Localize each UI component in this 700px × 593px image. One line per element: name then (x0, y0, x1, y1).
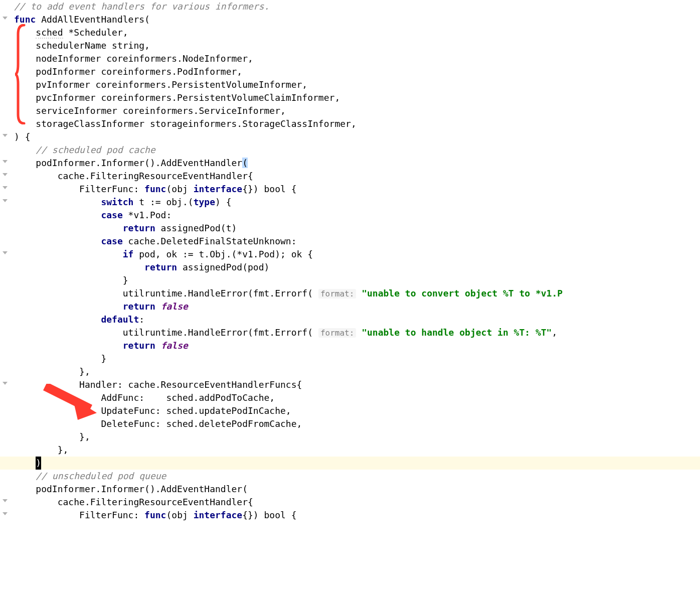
code-line[interactable]: return assignedPod(pod) (14, 261, 700, 274)
parameter-hint: format: (318, 289, 356, 299)
code-text: sched (36, 27, 63, 39)
code-line[interactable]: case cache.DeletedFinalStateUnknown: (14, 235, 700, 248)
code-text: nodeInformer coreinformers.NodeInformer, (14, 53, 253, 64)
code-text: , (552, 327, 557, 338)
code-text (14, 223, 123, 233)
code-text: schedulerName string, (14, 40, 150, 51)
code-text: podInformer coreinformers.PodInformer, (14, 66, 242, 77)
code-line[interactable]: DeleteFunc: sched.deletePodFromCache, (14, 417, 700, 430)
code-text: serviceInformer coreinformers.ServiceInf… (14, 105, 286, 116)
matched-paren: ( (242, 158, 248, 168)
code-text (14, 210, 101, 220)
code-text: } (14, 275, 128, 285)
code-line[interactable]: utilruntime.HandleError(fmt.Errorf( form… (14, 326, 700, 339)
code-line[interactable]: // scheduled pod cache (14, 143, 700, 157)
code-line[interactable]: FilterFunc: func(obj interface{}) bool { (14, 183, 700, 196)
code-line[interactable]: cache.FilteringResourceEventHandler{ (14, 496, 700, 509)
keyword-case: case (101, 210, 122, 220)
code-line[interactable]: func AddAllEventHandlers( (14, 13, 700, 26)
code-line[interactable]: AddFunc: sched.addPodToCache, (14, 391, 700, 404)
keyword-func: func (144, 184, 166, 194)
code-text (14, 340, 123, 351)
keyword-case: case (101, 236, 122, 246)
code-line[interactable]: }, (14, 430, 700, 443)
string-literal: "unable to convert object %T to *v1.P (362, 288, 563, 299)
code-line[interactable]: serviceInformer coreinformers.ServiceInf… (14, 104, 700, 117)
code-text (14, 197, 101, 207)
code-line[interactable]: Handler: cache.ResourceEventHandlerFuncs… (14, 378, 700, 391)
keyword-switch: switch (101, 197, 133, 207)
code-text: }, (14, 366, 90, 377)
code-line[interactable]: pvInformer coreinformers.PersistentVolum… (14, 78, 700, 91)
code-line[interactable]: schedulerName string, (14, 39, 700, 52)
code-line[interactable]: // unscheduled pod queue (14, 470, 700, 483)
code-text: assignedPod(pod) (177, 262, 269, 272)
fold-marker[interactable] (2, 13, 8, 19)
keyword-false: false (161, 340, 188, 351)
code-line[interactable]: pvcInformer coreinformers.PersistentVolu… (14, 91, 700, 104)
comment-text: // to add event handlers for various inf… (14, 1, 269, 12)
code-text (155, 301, 161, 312)
code-line[interactable]: return assignedPod(t) (14, 222, 700, 235)
code-line[interactable]: ) { (14, 130, 700, 143)
keyword-type: type (194, 197, 215, 207)
code-line[interactable]: podInformer.Informer().AddEventHandler( (14, 157, 700, 170)
parameter-hint: format: (318, 328, 356, 338)
keyword-default: default (101, 314, 139, 325)
code-line[interactable]: FilterFunc: func(obj interface{}) bool { (14, 509, 700, 522)
code-line[interactable]: sched *Scheduler, (14, 26, 700, 39)
code-line[interactable]: cache.FilteringResourceEventHandler{ (14, 170, 700, 183)
comment-text: // scheduled pod cache (14, 144, 155, 155)
code-text: }, (14, 431, 90, 442)
code-line[interactable]: UpdateFunc: sched.updatePodInCache, (14, 404, 700, 417)
code-text: *Scheduler, (63, 27, 128, 38)
code-line[interactable]: // to add event handlers for various inf… (14, 0, 700, 13)
code-line[interactable]: podInformer coreinformers.PodInformer, (14, 65, 700, 78)
code-text: ) { (215, 197, 232, 207)
code-text: (obj (166, 184, 193, 194)
fold-marker[interactable] (2, 196, 8, 202)
keyword-func: func (144, 510, 166, 520)
keyword-return: return (123, 301, 155, 312)
fold-marker[interactable] (2, 130, 8, 136)
code-text (14, 236, 101, 246)
fold-marker[interactable] (2, 378, 8, 384)
code-text: {}) bool { (242, 510, 296, 520)
code-text: cache.DeletedFinalStateUnknown: (123, 236, 297, 246)
code-line[interactable]: if pod, ok := t.Obj.(*v1.Pod); ok { (14, 248, 700, 261)
code-text (356, 288, 362, 299)
fold-marker[interactable] (2, 183, 8, 189)
code-line[interactable]: } (14, 352, 700, 365)
fold-marker[interactable] (2, 509, 8, 515)
keyword-func: func (14, 14, 36, 25)
code-text (155, 340, 161, 351)
code-editor[interactable]: // to add event handlers for various inf… (0, 0, 700, 522)
code-text: *v1.Pod: (123, 210, 172, 220)
code-text: pvInformer coreinformers.PersistentVolum… (14, 79, 307, 90)
keyword-interface: interface (194, 184, 243, 194)
code-line[interactable]: default: (14, 313, 700, 326)
keyword-false: false (161, 301, 188, 312)
code-line[interactable]: case *v1.Pod: (14, 209, 700, 222)
code-line[interactable]: }, (14, 365, 700, 378)
code-line[interactable]: return false (14, 339, 700, 352)
code-line[interactable]: }, (14, 443, 700, 457)
code-line[interactable]: switch t := obj.(type) { (14, 196, 700, 209)
fold-marker[interactable] (2, 248, 8, 254)
code-text (14, 314, 101, 325)
code-line[interactable]: return false (14, 300, 700, 313)
code-text: FilterFunc: (14, 184, 144, 194)
code-line[interactable]: } (14, 274, 700, 287)
string-literal: "unable to handle object in %T: %T" (362, 327, 552, 338)
code-line[interactable]: podInformer.Informer().AddEventHandler( (14, 483, 700, 496)
code-line[interactable]: ) (14, 457, 700, 470)
fold-marker[interactable] (2, 496, 8, 502)
fold-marker[interactable] (2, 157, 8, 163)
code-line[interactable]: utilruntime.HandleError(fmt.Errorf( form… (14, 287, 700, 300)
code-line[interactable]: nodeInformer coreinformers.NodeInformer, (14, 52, 700, 65)
code-line[interactable]: storageClassInformer storageinformers.St… (14, 117, 700, 130)
code-text: } (14, 353, 106, 364)
fold-marker[interactable] (2, 170, 8, 176)
code-text (14, 249, 123, 259)
code-text: ) { (14, 131, 31, 142)
